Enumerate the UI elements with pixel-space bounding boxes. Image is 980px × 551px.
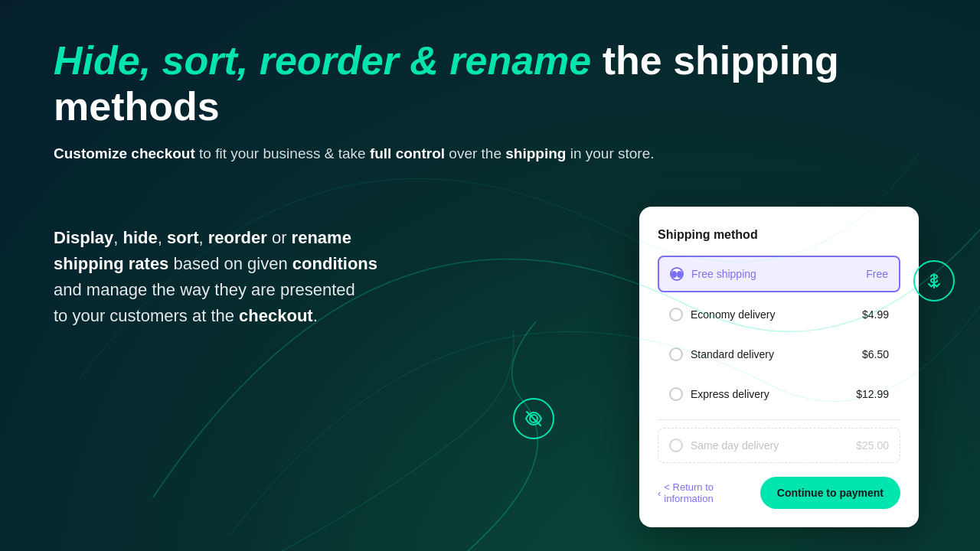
title-accent: Hide, sort, reorder & rename [54, 38, 591, 83]
subtitle-bold-3: shipping [505, 145, 566, 161]
main-content: Hide, sort, reorder & rename the shippin… [0, 0, 980, 551]
subtitle-bold-2: full control [370, 145, 445, 161]
body-bold-checkout: checkout [239, 306, 313, 325]
subtitle: Customize checkout to fit your business … [54, 144, 926, 165]
main-title: Hide, sort, reorder & rename the shippin… [54, 38, 926, 130]
body-bold-hide: hide [123, 228, 158, 247]
body-bold-sort: sort [167, 228, 199, 247]
subtitle-text-1: to fit your business & take [199, 145, 370, 161]
eye-off-icon-circle [513, 398, 554, 439]
body-bold-shipping-rates: shipping rates [54, 254, 168, 273]
body-bold-display: Display [54, 228, 113, 247]
body-bold-reorder: reorder [208, 228, 267, 247]
subtitle-bold-1: Customize checkout [54, 145, 195, 161]
dollar-icon-circle [913, 260, 955, 302]
body-bold-rename: rename [292, 228, 351, 247]
subtitle-text-3: in your store. [570, 145, 655, 161]
subtitle-text-2: over the [449, 145, 505, 161]
body-bold-conditions: conditions [292, 254, 377, 273]
body-text: Display, hide, sort, reorder or rename s… [54, 225, 482, 329]
